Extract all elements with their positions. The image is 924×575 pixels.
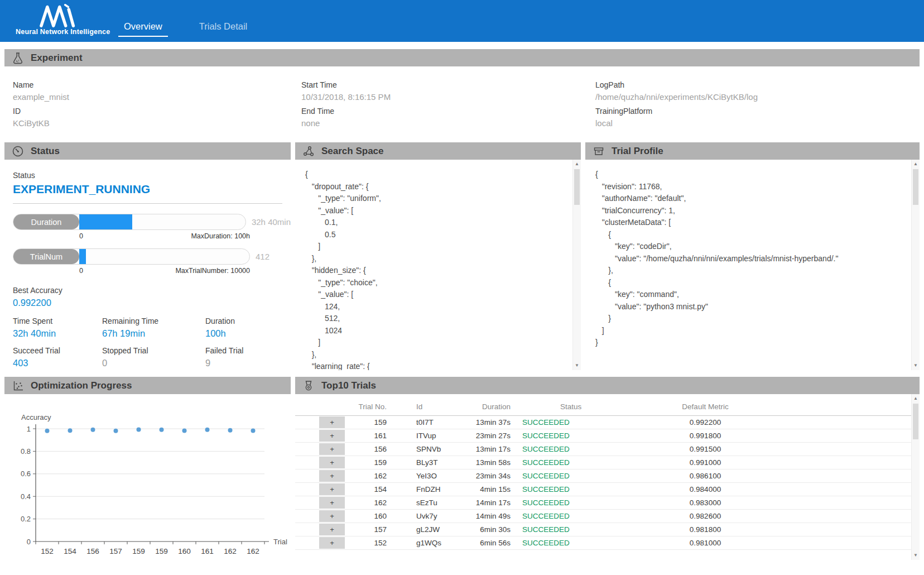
trial-no-header: Trial No. <box>357 399 390 415</box>
brand: Neural Network Intelligence <box>16 0 100 42</box>
scroll-up-icon[interactable]: ▲ <box>573 160 581 168</box>
svg-text:1: 1 <box>27 425 31 433</box>
metric-cell: 0.992200 <box>613 415 797 429</box>
expand-row-button[interactable]: + <box>319 483 345 495</box>
scroll-thumb[interactable] <box>913 404 918 439</box>
trial-profile-scrollbar[interactable]: ▲ ▼ <box>911 160 920 370</box>
trial-no-cell: 156 <box>357 442 390 456</box>
stat-value: 32h 40min <box>13 328 102 339</box>
status-cell: SUCCEEDED <box>513 442 613 456</box>
trial-row: +160Uvk7y14min 49sSUCCEEDED0.982600 <box>295 509 920 523</box>
profile-box-icon <box>593 145 605 157</box>
expand-row-button[interactable]: + <box>319 430 345 442</box>
scroll-down-icon[interactable]: ▼ <box>912 552 920 559</box>
field-label: End Time <box>301 107 587 116</box>
expand-row-button[interactable]: + <box>319 457 345 468</box>
status-cell: SUCCEEDED <box>513 456 613 469</box>
search-space-json: { "dropout_rate": { "_type": "uniform", … <box>305 169 567 370</box>
status-cell: SUCCEEDED <box>513 523 613 536</box>
trial-no-cell: 162 <box>357 496 390 509</box>
trial-no-cell: 159 <box>357 415 390 429</box>
trial-id-cell: g1WQs <box>390 536 468 549</box>
metric-cell: 0.981800 <box>613 523 797 536</box>
trialnum-bar-value: 412 <box>256 252 270 261</box>
metric-cell: 0.991000 <box>613 456 797 469</box>
trial-row: +162YeI3O23min 34sSUCCEEDED0.986100 <box>295 469 920 482</box>
scroll-up-icon[interactable]: ▲ <box>912 160 920 168</box>
trial-id-cell: gL2JW <box>390 523 468 536</box>
top10-scrollbar[interactable]: ▲ ▼ <box>911 394 920 560</box>
search-space-title: Search Space <box>321 146 384 157</box>
trialnum-min: 0 <box>79 267 83 275</box>
gauge-icon <box>12 145 24 157</box>
metric-cell: 0.986100 <box>613 469 797 482</box>
svg-text:159: 159 <box>155 547 168 555</box>
svg-text:0.8: 0.8 <box>21 447 31 456</box>
field-value: KCiBytKB <box>13 118 293 128</box>
scroll-up-icon[interactable]: ▲ <box>912 395 920 402</box>
tab-trials-detail[interactable]: Trials Detail <box>194 21 253 37</box>
scroll-thumb[interactable] <box>574 169 580 205</box>
expand-row-button[interactable]: + <box>319 524 345 535</box>
status-cell: SUCCEEDED <box>513 496 613 509</box>
status-cell: SUCCEEDED <box>513 469 613 482</box>
expand-row-button[interactable]: + <box>319 510 345 522</box>
field-value: /home/quzha/nni/experiments/KCiBytKB/log <box>595 92 920 102</box>
best-accuracy-label: Best Accuracy <box>13 286 291 295</box>
trial-id-cell: FnDZH <box>390 482 468 496</box>
trial-profile-json: { "revision": 11768, "authorName": "defa… <box>595 169 906 349</box>
trial-profile-panel: Trial Profile { "revision": 11768, "auth… <box>585 142 920 370</box>
expand-row-button[interactable]: + <box>319 537 345 549</box>
svg-text:0: 0 <box>27 538 31 546</box>
experiment-status-value: EXPERIMENT_RUNNING <box>13 183 291 196</box>
trial-id-cell: t0I7T <box>390 415 468 429</box>
top10-table: Trial No. Id Duration Status Default Met… <box>295 399 920 550</box>
trial-no-cell: 162 <box>357 469 390 482</box>
expand-row-button[interactable]: + <box>319 416 345 428</box>
search-space-scrollbar[interactable]: ▲ ▼ <box>572 160 581 370</box>
tab-overview[interactable]: Overview <box>118 21 168 37</box>
svg-text:159: 159 <box>132 547 145 555</box>
trial-id-cell: SPNVb <box>390 442 468 456</box>
table-header-row: Trial No. Id Duration Status Default Met… <box>295 399 920 415</box>
trial-id-cell: BLy3T <box>390 456 468 469</box>
divider <box>13 203 282 204</box>
trial-no-cell: 152 <box>357 536 390 549</box>
status-panel-header: Status <box>4 142 291 160</box>
field-label: ID <box>13 107 293 116</box>
stat-label: Duration <box>205 317 291 325</box>
metric-cell: 0.981000 <box>613 536 797 549</box>
scroll-down-icon[interactable]: ▼ <box>573 362 581 370</box>
duration-cell: 13min 58s <box>468 456 513 469</box>
svg-text:161: 161 <box>201 547 214 555</box>
field-label: Name <box>13 80 293 89</box>
duration-cell: 14min 17s <box>468 496 513 509</box>
duration-cell: 14min 49s <box>468 509 513 523</box>
top10-panel-header: Top10 Trials <box>295 377 920 394</box>
trial-id-cell: ITVup <box>390 429 468 442</box>
expand-row-button[interactable]: + <box>319 497 345 509</box>
duration-cell: 13min 37s <box>468 415 513 429</box>
scatter-plot-icon <box>12 380 24 392</box>
scroll-down-icon[interactable]: ▼ <box>912 362 920 370</box>
trial-row: +156SPNVb13min 17sSUCCEEDED0.991500 <box>295 442 920 456</box>
expand-row-button[interactable]: + <box>319 470 345 482</box>
svg-text:0.6: 0.6 <box>21 469 31 478</box>
experiment-title: Experiment <box>31 52 83 64</box>
flask-icon <box>12 52 24 64</box>
stat-value: 100h <box>205 328 291 339</box>
status-cell: SUCCEEDED <box>513 509 613 523</box>
duration-cell: 23min 27s <box>468 429 513 442</box>
experiment-section: Experiment Name example_mnist ID KCiBytK… <box>4 49 920 136</box>
top10-panel: Top10 Trials Trial No. Id Duration Statu… <box>295 377 920 560</box>
duration-progress-bar: Duration <box>13 214 246 230</box>
metric-cell: 0.991800 <box>613 429 797 442</box>
scroll-thumb[interactable] <box>913 169 918 205</box>
stat-label: Time Spent <box>13 317 102 325</box>
trial-id-cell: sEzTu <box>390 496 468 509</box>
duration-header: Duration <box>468 399 513 415</box>
metric-cell: 0.983000 <box>613 496 797 509</box>
duration-bar-label: Duration <box>13 214 79 229</box>
expand-row-button[interactable]: + <box>319 443 345 455</box>
status-header: Status <box>513 399 613 415</box>
